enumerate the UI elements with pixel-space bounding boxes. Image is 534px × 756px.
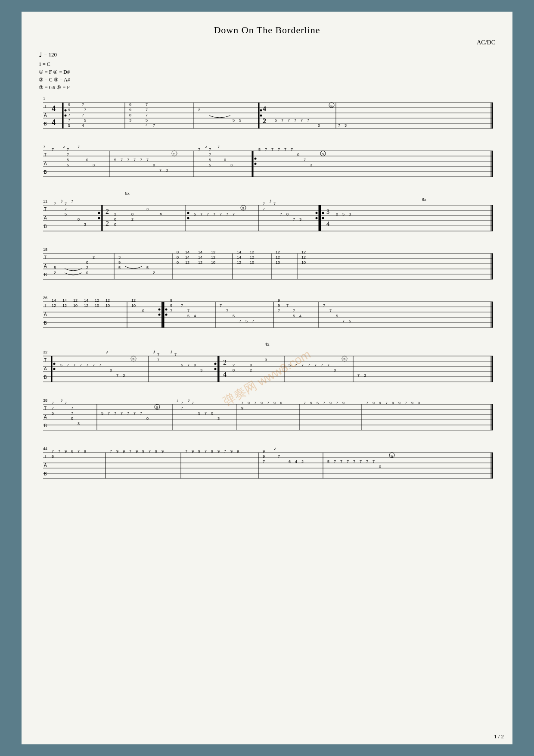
svg-text:5: 5 [67, 163, 69, 167]
svg-text:7: 7 [301, 363, 304, 367]
svg-text:7: 7 [52, 147, 54, 152]
svg-text:3: 3 [364, 373, 366, 378]
svg-text:7: 7 [146, 103, 148, 107]
svg-text:7: 7 [304, 158, 306, 162]
svg-text:7: 7 [181, 401, 183, 405]
svg-text:9: 9 [84, 449, 86, 453]
svg-text:5: 5 [52, 411, 54, 415]
svg-point-177 [322, 212, 324, 214]
svg-text:7: 7 [353, 459, 355, 464]
svg-text:4: 4 [299, 314, 301, 318]
svg-text:9: 9 [278, 298, 280, 303]
svg-text:S: S [156, 406, 158, 409]
svg-text:9: 9 [310, 401, 312, 405]
svg-text:12: 12 [73, 298, 78, 303]
svg-text:5: 5 [68, 123, 70, 128]
svg-text:7: 7 [307, 118, 309, 122]
repeat-label-4x: 4x [39, 341, 495, 347]
svg-text:7: 7 [205, 411, 207, 415]
svg-text:3: 3 [345, 123, 347, 128]
svg-text:2: 2 [233, 363, 235, 367]
svg-text:♪: ♪ [205, 144, 207, 150]
svg-text:12: 12 [52, 303, 56, 308]
svg-text:14: 14 [185, 255, 189, 259]
svg-text:12: 12 [276, 250, 280, 254]
svg-text:7: 7 [127, 158, 129, 162]
svg-text:2: 2 [93, 255, 95, 259]
svg-text:5: 5 [239, 118, 241, 122]
svg-text:7: 7 [146, 158, 149, 162]
svg-text:♪: ♪ [106, 349, 108, 355]
svg-text:14: 14 [198, 250, 202, 254]
svg-text:2: 2 [263, 117, 266, 125]
svg-text:5: 5 [245, 319, 248, 323]
svg-text:7: 7 [80, 363, 82, 367]
svg-text:7: 7 [314, 363, 317, 367]
svg-point-269 [165, 309, 168, 311]
svg-text:9: 9 [161, 449, 164, 453]
svg-text:7: 7 [338, 123, 340, 128]
svg-text:7: 7 [82, 103, 84, 107]
staff-system-6: 4x T A B 32 5 7 7 7 7 7 7 ♪ 0 [39, 341, 495, 388]
svg-text:0: 0 [153, 163, 155, 167]
svg-text:3: 3 [84, 222, 86, 227]
staff-system-1: T A B 4 4 9 9 7 7 5 7 7 7 5 4 [39, 94, 495, 134]
svg-text:B: B [44, 472, 47, 476]
svg-text:3: 3 [200, 368, 202, 372]
svg-text:2: 2 [54, 271, 56, 275]
svg-text:7: 7 [226, 309, 228, 313]
svg-text:12: 12 [62, 303, 67, 308]
svg-text:7: 7 [340, 459, 342, 464]
svg-text:5: 5 [289, 363, 291, 367]
svg-text:5: 5 [181, 363, 183, 367]
tuning-info: 1 = C ① = F ④ = D# ② = C ⑤ = A# ③ = G# ⑥… [39, 60, 495, 91]
svg-text:0: 0 [250, 363, 252, 367]
svg-text:9: 9 [373, 401, 375, 405]
svg-text:9: 9 [192, 449, 194, 453]
svg-text:7: 7 [52, 401, 54, 405]
svg-text:7: 7 [294, 118, 296, 122]
svg-text:10: 10 [276, 260, 280, 265]
svg-text:6x: 6x [422, 197, 426, 202]
svg-text:7: 7 [291, 147, 293, 152]
svg-text:7: 7 [295, 363, 297, 367]
svg-point-43 [260, 115, 262, 117]
svg-text:♪: ♪ [153, 349, 155, 355]
svg-text:7: 7 [153, 123, 155, 128]
svg-text:5: 5 [187, 314, 189, 318]
svg-text:7: 7 [67, 147, 69, 152]
svg-text:9: 9 [68, 108, 70, 112]
svg-text:A: A [44, 113, 47, 118]
svg-text:7: 7 [52, 449, 54, 453]
svg-text:♪: ♪ [60, 397, 63, 403]
svg-text:7: 7 [226, 212, 228, 216]
svg-text:0: 0 [78, 217, 80, 222]
svg-text:2: 2 [86, 266, 88, 270]
staff-system-3: 6x T A B 11 7 ♪ 7 7 5 7 0 3 [39, 191, 495, 237]
svg-text:3: 3 [265, 358, 267, 362]
svg-text:7: 7 [140, 411, 142, 415]
svg-text:T: T [44, 454, 47, 459]
svg-text:7: 7 [209, 153, 211, 157]
svg-text:9: 9 [155, 449, 157, 453]
svg-text:9: 9 [379, 401, 381, 405]
svg-text:7: 7 [308, 363, 310, 367]
svg-text:7: 7 [329, 309, 332, 313]
svg-text:7: 7 [241, 401, 243, 405]
svg-text:0: 0 [194, 363, 196, 367]
svg-text:4: 4 [326, 221, 329, 227]
svg-text:7: 7 [110, 449, 112, 453]
svg-text:B: B [44, 170, 47, 175]
svg-text:7: 7 [336, 401, 338, 405]
svg-text:7: 7 [114, 411, 116, 415]
svg-text:7: 7 [284, 147, 286, 152]
svg-text:0: 0 [286, 212, 289, 216]
svg-text:6: 6 [289, 459, 291, 464]
svg-point-174 [316, 212, 318, 214]
svg-text:12: 12 [301, 250, 306, 254]
svg-text:2: 2 [153, 271, 155, 275]
svg-text:9: 9 [129, 108, 131, 112]
svg-text:9: 9 [263, 449, 265, 453]
svg-text:3: 3 [129, 118, 131, 122]
svg-point-151 [187, 212, 189, 214]
